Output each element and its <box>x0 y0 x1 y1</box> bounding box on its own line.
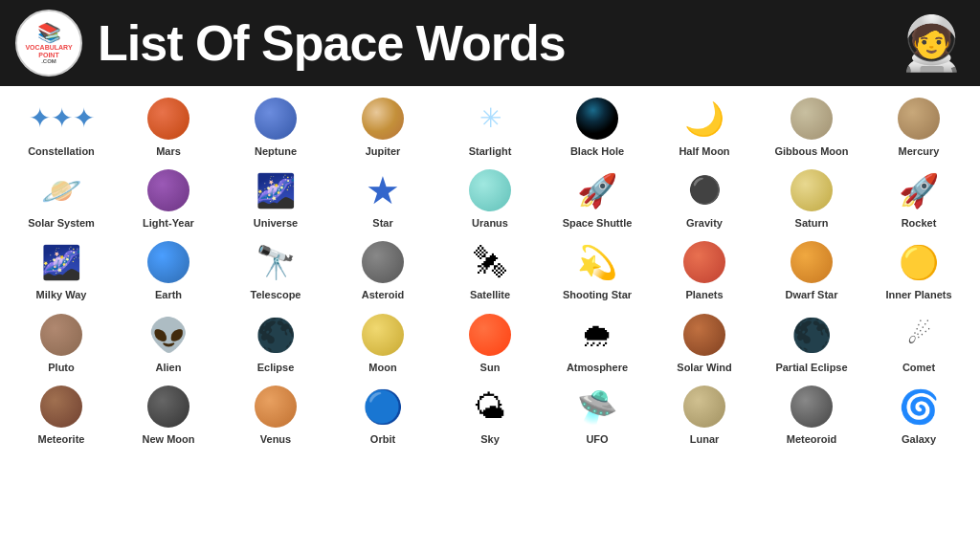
item-label: Solar Wind <box>677 362 731 374</box>
space-word-item: Solar Wind <box>651 306 758 378</box>
item-label: Telescope <box>251 289 301 301</box>
space-word-item: 🌑Partial Eclipse <box>758 306 865 378</box>
item-icon: 🌌 <box>256 165 296 215</box>
space-word-item: 🛸UFO <box>544 378 651 450</box>
item-label: Sun <box>480 362 501 374</box>
item-label: Alien <box>156 362 182 374</box>
item-icon: 👽 <box>148 310 189 360</box>
space-word-item: 🔵Orbit <box>329 378 436 450</box>
item-label: Half Moon <box>679 145 729 158</box>
item-label: Rocket <box>902 217 937 230</box>
item-label: Dwarf Star <box>785 289 837 301</box>
item-label: Moon <box>368 362 396 374</box>
item-icon <box>469 165 511 215</box>
space-word-item: 🌌Universe <box>222 162 329 233</box>
item-label: Mercury <box>899 145 940 158</box>
space-word-item: Asteroid <box>329 233 436 305</box>
space-word-item: Dwarf Star <box>758 233 865 305</box>
space-word-item: Pluto <box>8 306 115 378</box>
item-label: UFO <box>586 433 608 446</box>
item-icon: 🔭 <box>256 237 296 287</box>
space-words-grid: ✦✦✦ConstellationMarsNeptuneJupiter✳Starl… <box>0 86 980 453</box>
space-word-item: 🌤Sky <box>436 378 544 450</box>
space-word-item: ★Star <box>329 162 436 233</box>
item-label: Gravity <box>686 217 723 230</box>
item-label: Inner Planets <box>885 289 951 301</box>
item-icon: 🌧 <box>581 310 613 360</box>
item-label: Jupiter <box>366 145 401 158</box>
item-label: Black Hole <box>570 145 624 158</box>
item-icon <box>791 165 833 215</box>
item-icon: 🌀 <box>899 382 939 431</box>
item-icon <box>40 310 82 360</box>
item-icon: ✳ <box>479 94 501 143</box>
item-icon <box>683 310 725 360</box>
space-word-item: Lunar <box>651 378 758 450</box>
item-icon: 🪐 <box>41 165 81 215</box>
item-icon <box>791 237 833 287</box>
item-label: Eclipse <box>257 362 295 374</box>
item-label: Light-Year <box>143 217 194 230</box>
item-label: Orbit <box>370 433 395 446</box>
space-word-item: Meteoroid <box>758 378 865 450</box>
item-label: Venus <box>260 433 291 446</box>
space-word-item: ⚫Gravity <box>651 162 758 233</box>
item-icon <box>40 382 82 431</box>
item-icon: 🌌 <box>41 237 81 287</box>
item-icon: 🌑 <box>256 310 296 360</box>
space-word-item: Black Hole <box>544 90 651 162</box>
space-word-item: Uranus <box>436 162 544 233</box>
space-word-item: 🌀Galaxy <box>865 378 972 450</box>
space-word-item: Neptune <box>222 90 329 162</box>
item-label: Starlight <box>469 145 512 158</box>
item-icon <box>255 382 297 431</box>
item-label: Meteorite <box>38 433 85 446</box>
item-icon <box>576 94 618 143</box>
space-word-item: ✳Starlight <box>436 90 544 162</box>
space-word-item: 🚀Rocket <box>865 162 972 233</box>
item-icon: 🛸 <box>577 382 617 431</box>
item-label: Shooting Star <box>563 289 632 301</box>
item-icon: ⚫ <box>688 165 722 215</box>
space-word-item: Sun <box>436 306 544 378</box>
space-word-item: Moon <box>329 306 436 378</box>
item-icon <box>362 310 404 360</box>
header: 📚 VOCABULARY POINT .COM List Of Space Wo… <box>0 0 980 86</box>
item-label: Comet <box>902 362 935 374</box>
item-icon: 🟡 <box>899 237 939 287</box>
item-label: Saturn <box>795 217 829 230</box>
item-icon: 💫 <box>577 237 617 287</box>
item-icon <box>255 94 297 143</box>
space-word-item: 🪐Solar System <box>8 162 115 233</box>
space-word-item: Saturn <box>758 162 865 233</box>
item-label: Earth <box>155 289 182 301</box>
space-word-item: 🔭Telescope <box>222 233 329 305</box>
item-icon <box>683 382 725 431</box>
item-label: Meteoroid <box>787 433 837 446</box>
item-icon <box>362 94 404 143</box>
space-word-item: 🚀Space Shuttle <box>544 162 651 233</box>
space-word-item: Jupiter <box>329 90 436 162</box>
item-label: New Moon <box>143 433 195 446</box>
item-icon: 🚀 <box>899 165 939 215</box>
space-word-item: 🌧Atmosphere <box>544 306 651 378</box>
space-word-item: Planets <box>651 233 758 305</box>
item-icon <box>147 237 189 287</box>
item-label: Space Shuttle <box>563 217 633 230</box>
item-label: Satellite <box>470 289 510 301</box>
item-icon: 🌑 <box>791 310 832 360</box>
item-icon: ★ <box>366 165 400 215</box>
item-label: Star <box>372 217 392 230</box>
item-icon: 🚀 <box>577 165 617 215</box>
space-word-item: Meteorite <box>8 378 115 450</box>
item-label: Constellation <box>28 145 95 158</box>
item-icon <box>898 94 940 143</box>
item-icon: 🌤 <box>474 382 506 431</box>
item-label: Universe <box>254 217 298 230</box>
item-icon <box>362 237 404 287</box>
space-word-item: 🌑Eclipse <box>222 306 329 378</box>
item-icon: 🛰 <box>474 237 506 287</box>
item-label: Neptune <box>255 145 297 158</box>
space-word-item: Earth <box>115 233 222 305</box>
space-word-item: 🛰Satellite <box>436 233 544 305</box>
